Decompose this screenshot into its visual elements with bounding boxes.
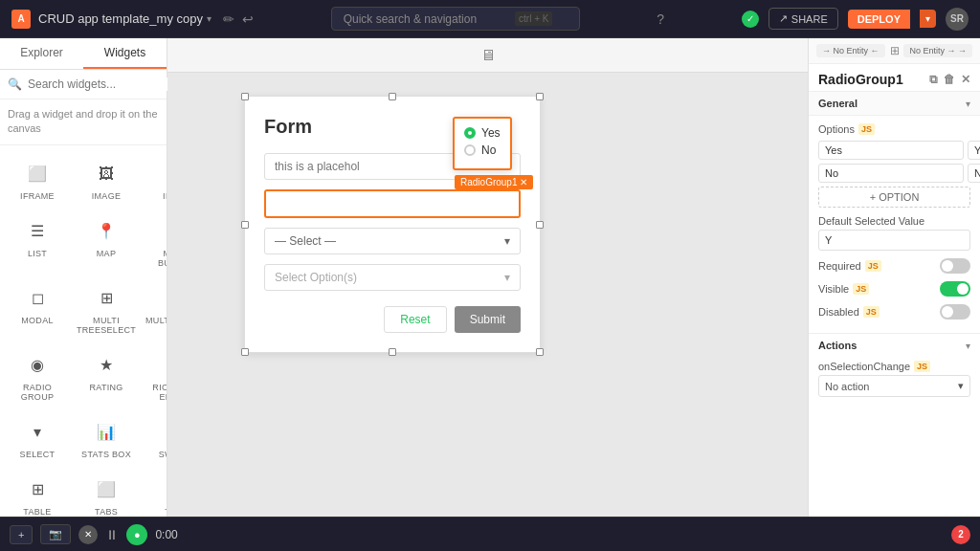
deploy-check-icon: ✓	[742, 11, 759, 28]
handle-tl[interactable]	[241, 93, 249, 100]
radio-circle-yes	[464, 127, 476, 139]
rating-icon: ★	[93, 352, 120, 379]
search-icon: 🔍	[8, 77, 22, 91]
modal-label: MODAL	[21, 316, 54, 325]
widget-select[interactable]: ▾ SELECT	[4, 411, 71, 467]
widget-image[interactable]: 🖼 IMAGE	[73, 153, 140, 209]
handle-bc[interactable]	[389, 348, 396, 356]
sidebar-tabs: Explorer Widgets	[0, 38, 167, 70]
record-button[interactable]: ●	[126, 524, 147, 545]
modal-icon: ◻	[24, 285, 51, 312]
tab-widgets[interactable]: Widgets	[83, 38, 167, 69]
share-button[interactable]: ↗ SHARE	[768, 8, 838, 30]
topbar-right: ✓ ↗ SHARE DEPLOY ▾ SR	[742, 8, 969, 31]
search-input[interactable]	[28, 77, 171, 91]
edit-icon[interactable]: ✏	[223, 11, 234, 27]
notification-badge[interactable]: 2	[951, 525, 970, 544]
handle-ml[interactable]	[241, 221, 249, 229]
on-selection-change-label: onSelectionChange JS	[818, 361, 970, 372]
visible-js-badge[interactable]: JS	[853, 283, 869, 295]
radio-group-widget[interactable]: Yes No RadioGroup1 ✕	[453, 117, 512, 170]
help-icon[interactable]: ?	[657, 11, 664, 27]
general-section-header[interactable]: General ▾	[809, 91, 980, 116]
handle-bl[interactable]	[241, 348, 249, 356]
bottom-bar: + 📷 ✕ ⏸ ● 0:00 2	[0, 517, 980, 551]
widget-iframe[interactable]: ⬜ IFRAME	[4, 153, 71, 209]
stop-button[interactable]: ✕	[78, 525, 98, 544]
search-bar[interactable]: Quick search & navigation ctrl + K	[331, 7, 580, 31]
options-js-badge[interactable]: JS	[858, 123, 875, 135]
add-button[interactable]: +	[10, 525, 33, 544]
form-select[interactable]: — Select — ▾	[264, 228, 521, 254]
tabs-label: TABS	[95, 507, 118, 517]
widget-rich-text-editor[interactable]: T RICH TEXT EDITOR	[142, 344, 167, 409]
reset-button[interactable]: Reset	[384, 306, 446, 333]
option-yes-label-input[interactable]	[818, 141, 964, 160]
grid-icon[interactable]: ⊞	[890, 44, 900, 57]
submit-button[interactable]: Submit	[455, 306, 521, 333]
radio-group-badge[interactable]: RadioGroup1 ✕	[455, 175, 533, 189]
form-highlighted-input[interactable]	[264, 189, 521, 218]
handle-tc[interactable]	[389, 93, 396, 100]
widget-search[interactable]: 🔍	[0, 70, 167, 99]
widget-rating[interactable]: ★ RATING	[73, 344, 140, 409]
actions-section-title: Actions	[818, 340, 857, 351]
switch-label: SWITCH	[159, 450, 167, 459]
deploy-caret-button[interactable]: ▾	[920, 10, 936, 28]
actions-section-header[interactable]: Actions ▾	[809, 334, 980, 357]
widget-radio-group[interactable]: ◉ RADIO GROUP	[4, 344, 71, 409]
action-select[interactable]: No action ▾	[818, 375, 970, 397]
table-icon: ⊞	[24, 476, 51, 503]
required-js-badge[interactable]: JS	[865, 260, 881, 272]
widget-text[interactable]: T TEXT	[142, 469, 167, 517]
disabled-js-badge[interactable]: JS	[863, 306, 880, 318]
widget-table[interactable]: ⊞ TABLE	[4, 469, 71, 517]
widget-tabs[interactable]: ⬜ TABS	[73, 469, 140, 517]
delete-icon[interactable]: 🗑	[944, 73, 955, 86]
canvas-area[interactable]: 🖥 Form — Select — ▾ Select Option(s) ▾	[167, 38, 808, 517]
radio-item-no[interactable]: No	[464, 143, 501, 157]
option-no-label-input[interactable]	[818, 164, 964, 183]
tab-explorer[interactable]: Explorer	[0, 38, 83, 69]
widget-list[interactable]: ☰ LIST	[4, 210, 71, 276]
add-option-button[interactable]: + OPTION	[818, 187, 970, 208]
rich-text-editor-icon: T	[163, 352, 167, 379]
disabled-toggle[interactable]	[940, 304, 970, 320]
pause-icon[interactable]: ⏸	[105, 527, 119, 542]
actions-section: Actions ▾ onSelectionChange JS No action…	[809, 333, 980, 397]
required-toggle[interactable]	[940, 258, 970, 274]
form-multiselect[interactable]: Select Option(s) ▾	[264, 264, 521, 291]
radio-item-yes[interactable]: Yes	[464, 126, 501, 140]
default-selected-input[interactable]	[818, 230, 970, 251]
deploy-button[interactable]: DEPLOY	[848, 10, 910, 29]
history-icon[interactable]: ↩	[242, 11, 254, 27]
widget-stats-box[interactable]: 📊 STATS BOX	[73, 411, 140, 467]
widget-map[interactable]: 📍 MAP	[73, 210, 140, 276]
text-icon: T	[163, 476, 167, 503]
visible-toggle[interactable]	[940, 281, 970, 297]
widget-modal[interactable]: ◻ MODAL	[4, 277, 71, 342]
required-label: Required JS	[818, 260, 881, 272]
disabled-label: Disabled JS	[818, 306, 880, 318]
widget-multi-treeselect[interactable]: ⊞ MULTI TREESELECT	[73, 277, 140, 342]
on-selection-js-badge[interactable]: JS	[914, 361, 930, 372]
widget-multiselect[interactable]: ☰ MULTISELECT	[142, 277, 167, 342]
widget-input[interactable]: ▭ INPUT	[142, 153, 167, 209]
option-no-value-input[interactable]	[968, 164, 980, 183]
widget-menu-button[interactable]: ⋮ MENU BUTTON	[142, 210, 167, 276]
camera-button[interactable]: 📷	[40, 524, 71, 544]
handle-mr[interactable]	[536, 221, 544, 229]
copy-icon[interactable]: ⧉	[929, 73, 938, 86]
select-label: SELECT	[20, 450, 56, 459]
widget-switch[interactable]: ⊙ SWITCH	[142, 411, 167, 467]
general-chevron-icon: ▾	[966, 99, 970, 109]
actions-chevron-icon: ▾	[966, 341, 970, 351]
handle-tr[interactable]	[536, 93, 544, 100]
close-icon[interactable]: ✕	[961, 73, 970, 86]
option-yes-value-input[interactable]	[968, 141, 980, 160]
radio-group-label: RADIO GROUP	[8, 383, 67, 402]
image-icon: 🖼	[93, 161, 120, 187]
default-selected-field: Default Selected Value	[818, 215, 970, 251]
handle-br[interactable]	[536, 348, 544, 356]
tabs-icon: ⬜	[93, 476, 120, 503]
